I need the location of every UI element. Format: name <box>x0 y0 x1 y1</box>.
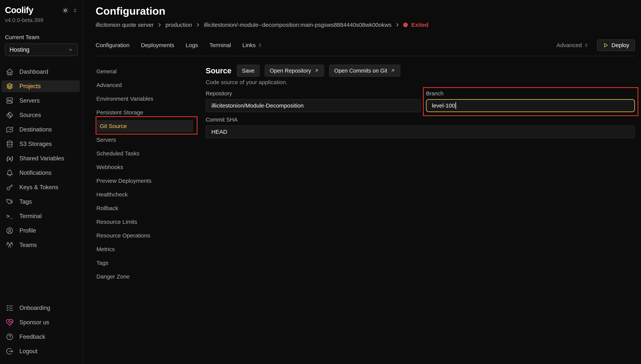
branch-label: Branch <box>426 90 635 97</box>
source-title: Source <box>206 66 232 75</box>
subnav-item-webhooks[interactable]: Webhooks <box>96 160 206 174</box>
app-logo: Coolify <box>5 5 33 15</box>
sidebar-item-onboarding[interactable]: Onboarding <box>2 302 80 314</box>
bell-icon <box>6 169 14 177</box>
play-icon <box>603 42 608 48</box>
sidebar-item-projects[interactable]: Projects <box>2 80 80 92</box>
theme-selector-chevrons[interactable] <box>73 8 78 13</box>
source-fields: Repository illicitestonion/Module-Decomp… <box>206 90 635 138</box>
breadcrumb-environment[interactable]: production <box>165 22 192 28</box>
theme-toggle-button[interactable] <box>62 7 69 14</box>
branch-field-group: Branch level-100 <box>426 90 635 112</box>
heart-handshake-icon <box>6 318 14 326</box>
breadcrumb-project[interactable]: illicitonion quote server <box>96 22 154 28</box>
current-team-label: Current Team <box>5 34 78 40</box>
source-header: Source Save Open Repository Open Commits… <box>206 64 635 77</box>
sidebar-item-tags[interactable]: Tags <box>2 196 80 208</box>
sidebar-item-sources[interactable]: Sources <box>2 109 80 121</box>
user-circle-icon <box>6 227 14 234</box>
open-commits-button[interactable]: Open Commits on Git <box>329 64 400 77</box>
subnav-item-servers[interactable]: Servers <box>96 133 206 147</box>
chevron-right-icon <box>195 22 200 27</box>
subnav-item-git-source[interactable]: Git Source <box>97 120 193 132</box>
subnav-item-persistent-storage[interactable]: Persistent Storage <box>96 106 206 119</box>
external-link-icon <box>314 68 319 73</box>
help-circle-icon <box>6 333 14 341</box>
config-subnav: General Advanced Environment Variables P… <box>96 64 206 284</box>
sidebar-nav: Dashboard Projects Servers <box>5 66 78 254</box>
subnav-item-environment-variables[interactable]: Environment Variables <box>96 92 206 106</box>
tab-divider <box>96 56 635 56</box>
sidebar-item-destinations[interactable]: Destinations <box>2 124 80 136</box>
save-button[interactable]: Save <box>237 64 260 77</box>
advanced-menu[interactable]: Advanced <box>556 42 588 48</box>
sidebar-item-terminal[interactable]: >_ Terminal <box>2 210 80 222</box>
tab-deployments[interactable]: Deployments <box>141 42 174 48</box>
tab-links[interactable]: Links <box>242 42 263 48</box>
subnav-item-advanced[interactable]: Advanced <box>96 78 206 92</box>
up-down-icon <box>73 8 78 13</box>
brand-row: Coolify <box>5 5 78 15</box>
source-description: Code source of your application. <box>206 79 635 86</box>
configuration-content: General Advanced Environment Variables P… <box>96 64 635 284</box>
branch-input[interactable]: level-100 <box>426 99 635 112</box>
subnav-item-scheduled-tasks[interactable]: Scheduled Tasks <box>96 147 206 160</box>
subnav-item-healthcheck[interactable]: Healthcheck <box>96 188 206 202</box>
external-link-icon <box>390 68 395 73</box>
map-icon <box>6 126 14 134</box>
subnav-item-preview-deployments[interactable]: Preview Deployments <box>96 174 206 188</box>
main-content: Configuration illicitonion quote server … <box>83 0 641 364</box>
repository-input[interactable]: illicitestonion/Module-Decomposition <box>206 99 421 112</box>
sun-icon <box>62 7 69 14</box>
sidebar-item-feedback[interactable]: Feedback <box>2 331 80 343</box>
open-repository-button[interactable]: Open Repository <box>265 64 324 77</box>
sidebar-item-profile[interactable]: Profile <box>2 225 80 236</box>
home-icon <box>6 68 14 76</box>
tab-terminal[interactable]: Terminal <box>210 42 231 48</box>
users-icon <box>6 241 14 249</box>
commit-sha-label: Commit SHA <box>206 117 635 123</box>
sidebar-item-sponsor-us[interactable]: Sponsor us <box>2 316 80 328</box>
sidebar-item-s3-storages[interactable]: S3 Storages <box>2 138 80 150</box>
sidebar-item-dashboard[interactable]: Dashboard <box>2 66 80 78</box>
chevron-right-icon <box>395 22 400 27</box>
breadcrumb-application[interactable]: illicitestonion/-module--decomposition:m… <box>204 22 391 28</box>
server-icon <box>6 97 14 105</box>
coolify-app: Coolify v4.0.0-beta.399 Current Team Hos… <box>0 0 641 364</box>
breadcrumb: illicitonion quote server production ill… <box>96 21 635 29</box>
sidebar-item-teams[interactable]: Teams <box>2 239 80 251</box>
tags-icon <box>6 198 14 206</box>
sidebar-item-shared-variables[interactable]: (x) Shared Variables <box>2 152 80 164</box>
sidebar-item-notifications[interactable]: Notifications <box>2 167 80 179</box>
commit-sha-input[interactable]: HEAD <box>206 126 635 138</box>
subnav-item-resource-operations[interactable]: Resource Operations <box>96 229 206 242</box>
subnav-item-tags[interactable]: Tags <box>96 256 206 270</box>
source-panel: Source Save Open Repository Open Commits… <box>206 64 635 284</box>
database-icon <box>6 140 14 148</box>
commit-sha-field-group: Commit SHA HEAD <box>206 117 635 138</box>
status-badge: Exited <box>411 22 428 28</box>
subnav-item-rollback[interactable]: Rollback <box>96 202 206 215</box>
layers-icon <box>6 82 14 90</box>
subnav-item-metrics[interactable]: Metrics <box>96 242 206 256</box>
team-select[interactable]: Hosting <box>5 44 78 56</box>
checklist-icon <box>6 304 14 312</box>
git-source-icon <box>6 111 14 119</box>
tab-logs[interactable]: Logs <box>186 42 198 48</box>
terminal-icon: >_ <box>6 212 14 220</box>
repository-field-group: Repository illicitestonion/Module-Decomp… <box>206 90 421 112</box>
repository-label: Repository <box>206 90 421 97</box>
status-dot <box>403 22 408 27</box>
team-select-value: Hosting <box>10 46 30 53</box>
subnav-item-general[interactable]: General <box>96 64 206 78</box>
deploy-button[interactable]: Deploy <box>597 40 635 51</box>
sidebar-item-servers[interactable]: Servers <box>2 95 80 106</box>
sidebar-item-keys-tokens[interactable]: Keys & Tokens <box>2 182 80 193</box>
chevron-right-icon <box>157 22 162 27</box>
subnav-item-resource-limits[interactable]: Resource Limits <box>96 215 206 229</box>
tab-configuration[interactable]: Configuration <box>96 42 130 48</box>
up-down-icon <box>258 43 263 48</box>
subnav-item-danger-zone[interactable]: Danger Zone <box>96 270 206 284</box>
page-title: Configuration <box>96 4 635 18</box>
sidebar-item-logout[interactable]: Logout <box>2 346 80 357</box>
